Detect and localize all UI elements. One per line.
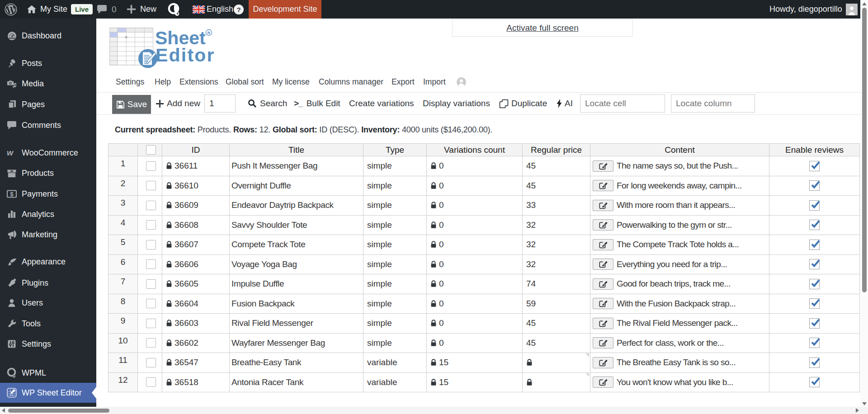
svg-text:$: $: [10, 191, 14, 198]
svg-text:w: w: [7, 149, 14, 157]
svg-text:R: R: [208, 31, 211, 35]
svg-text:Editor: Editor: [156, 45, 215, 66]
